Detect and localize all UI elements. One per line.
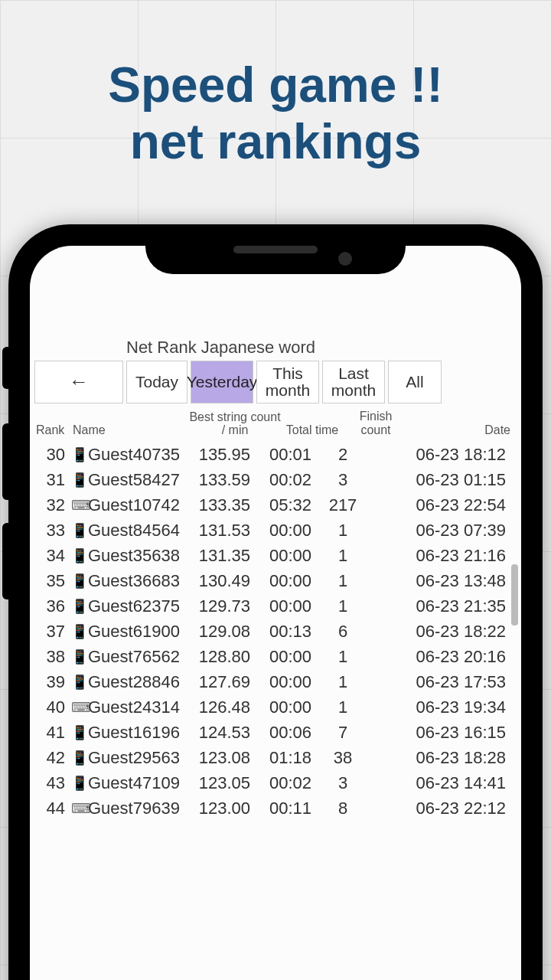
tab-yesterday[interactable]: Yesterday	[191, 361, 253, 403]
table-row[interactable]: 41📱Guest16196124.5300:06706-23 16:15	[33, 720, 518, 745]
header-best: Best string count / min	[189, 411, 281, 437]
cell-finish-count: 38	[316, 748, 370, 768]
cell-best: 123.08	[189, 748, 258, 768]
tab-label: Today	[135, 374, 178, 390]
cell-total-time: 00:00	[258, 521, 316, 541]
cell-finish-count: 217	[316, 495, 370, 515]
cell-date: 06-23 14:41	[370, 773, 515, 793]
cell-finish-count: 1	[316, 697, 370, 717]
table-row[interactable]: 35📱Guest36683130.4900:00106-23 13:48	[33, 568, 518, 593]
tab-label: Yesterday	[187, 374, 258, 390]
cell-best: 129.08	[189, 622, 258, 642]
scrollbar-thumb[interactable]	[511, 564, 518, 626]
cell-name: Guest47109	[88, 773, 189, 793]
phone-icon: 📱	[71, 446, 88, 463]
cell-name: Guest84564	[88, 521, 189, 541]
cell-rank: 44	[36, 799, 71, 818]
tab-all[interactable]: All	[388, 361, 442, 403]
cell-date: 06-23 07:39	[370, 521, 515, 541]
cell-date: 06-23 19:34	[370, 697, 515, 717]
phone-notch	[145, 224, 406, 274]
cell-date: 06-23 20:16	[370, 647, 515, 667]
cell-finish-count: 2	[316, 445, 370, 465]
cell-best: 126.48	[189, 697, 258, 717]
cell-finish-count: 1	[316, 647, 370, 667]
phone-icon: 📱	[71, 674, 88, 691]
cell-rank: 41	[36, 723, 71, 743]
cell-name: Guest40735	[88, 445, 189, 465]
cell-name: Guest79639	[88, 799, 189, 818]
table-row[interactable]: 30📱Guest40735135.9500:01206-23 18:12	[33, 442, 518, 467]
cell-rank: 35	[36, 571, 71, 591]
table-row[interactable]: 31📱Guest58427133.5900:02306-23 01:15	[33, 467, 518, 492]
tab-label: This month	[265, 365, 311, 399]
cell-finish-count: 1	[316, 571, 370, 591]
back-button[interactable]: ←	[34, 361, 123, 403]
header-total: Total time	[281, 423, 344, 437]
cell-rank: 33	[36, 521, 71, 541]
phone-icon: 📱	[71, 724, 88, 741]
cell-date: 06-23 13:48	[370, 571, 515, 591]
table-row[interactable]: 32⌨Guest10742133.3505:3221706-23 22:54	[33, 492, 518, 518]
tab-this-month[interactable]: This month	[256, 361, 319, 403]
cell-total-time: 00:00	[258, 697, 316, 717]
table-row[interactable]: 44⌨Guest79639123.0000:11806-23 22:12	[33, 795, 518, 821]
cell-rank: 30	[36, 445, 71, 465]
phone-icon: 📱	[71, 522, 88, 539]
cell-date: 06-23 22:54	[370, 495, 515, 515]
cell-total-time: 05:32	[258, 495, 316, 515]
keyboard-icon: ⌨	[71, 699, 88, 716]
cell-name: Guest16196	[88, 723, 189, 743]
promo-line-1: Speed game !!	[0, 57, 551, 114]
cell-best: 130.49	[189, 571, 258, 591]
ranking-table[interactable]: 30📱Guest40735135.9500:01206-23 18:1231📱G…	[33, 442, 518, 821]
cell-date: 06-23 21:16	[370, 546, 515, 566]
arrow-left-icon: ←	[69, 371, 89, 392]
cell-best: 129.73	[189, 596, 258, 616]
phone-icon: 📱	[71, 598, 88, 615]
cell-rank: 36	[36, 596, 71, 616]
keyboard-icon: ⌨	[71, 800, 88, 817]
cell-finish-count: 1	[316, 596, 370, 616]
phone-side-button	[2, 347, 8, 389]
tab-label: All	[406, 374, 423, 390]
cell-total-time: 00:00	[258, 672, 316, 692]
table-row[interactable]: 42📱Guest29563123.0801:183806-23 18:28	[33, 745, 518, 770]
phone-side-button	[2, 523, 8, 599]
cell-total-time: 00:13	[258, 622, 316, 642]
phone-icon: 📱	[71, 472, 88, 488]
cell-date: 06-23 16:15	[370, 723, 515, 743]
camera-icon	[338, 252, 352, 266]
table-row[interactable]: 43📱Guest47109123.0500:02306-23 14:41	[33, 770, 518, 795]
cell-total-time: 01:18	[258, 748, 316, 768]
table-row[interactable]: 37📱Guest61900129.0800:13606-23 18:22	[33, 619, 518, 644]
cell-best: 135.95	[189, 445, 258, 465]
cell-rank: 42	[36, 748, 71, 768]
table-row[interactable]: 33📱Guest84564131.5300:00106-23 07:39	[33, 518, 518, 543]
cell-finish-count: 3	[316, 470, 370, 490]
table-row[interactable]: 40⌨Guest24314126.4800:00106-23 19:34	[33, 694, 518, 720]
promo-title: Speed game !! net rankings	[0, 57, 551, 170]
cell-best: 123.00	[189, 799, 258, 818]
cell-total-time: 00:02	[258, 773, 316, 793]
phone-icon: 📱	[71, 648, 88, 665]
tab-label: Last month	[331, 365, 377, 399]
page-title: Net Rank Japanese word	[33, 338, 518, 361]
cell-name: Guest58427	[88, 470, 189, 490]
phone-screen: Net Rank Japanese word ← Today Yesterday…	[30, 246, 521, 980]
cell-name: Guest28846	[88, 672, 189, 692]
cell-name: Guest10742	[88, 495, 189, 515]
cell-total-time: 00:02	[258, 470, 316, 490]
table-row[interactable]: 38📱Guest76562128.8000:00106-23 20:16	[33, 644, 518, 669]
tab-last-month[interactable]: Last month	[322, 361, 385, 403]
cell-date: 06-23 21:35	[370, 596, 515, 616]
table-row[interactable]: 39📱Guest28846127.6900:00106-23 17:53	[33, 669, 518, 694]
cell-total-time: 00:06	[258, 723, 316, 743]
phone-icon: 📱	[71, 750, 88, 766]
cell-date: 06-23 18:28	[370, 748, 515, 768]
table-row[interactable]: 36📱Guest62375129.7300:00106-23 21:35	[33, 593, 518, 619]
table-row[interactable]: 34📱Guest35638131.3500:00106-23 21:16	[33, 543, 518, 568]
phone-icon: 📱	[71, 547, 88, 564]
tab-today[interactable]: Today	[126, 361, 187, 403]
cell-name: Guest61900	[88, 622, 189, 642]
